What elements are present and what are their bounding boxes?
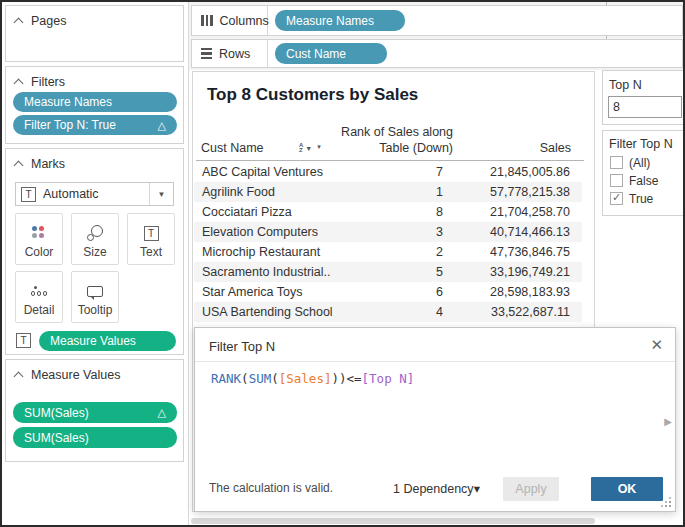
delta-icon: △ (158, 407, 166, 418)
ok-button[interactable]: OK (591, 477, 663, 501)
text-button[interactable]: T Text (127, 213, 175, 265)
top-n-title: Top N (609, 78, 642, 92)
color-icon (16, 223, 62, 243)
pill-label: Measure Names (286, 14, 374, 28)
filters-title: Filters (31, 75, 65, 89)
columns-shelf-label: Columns (192, 6, 268, 35)
rows-pill-cust-name[interactable]: Cust Name (275, 43, 387, 64)
collapse-chevron-icon[interactable] (14, 79, 24, 89)
mark-button-label: Size (83, 245, 106, 259)
sidebar-divider (188, 2, 189, 525)
measure-values-card: Measure Values SUM(Sales) △ SUM(Sales) (5, 359, 184, 462)
table-row[interactable]: Agrilink Food157,778,215.38 (194, 182, 582, 202)
table-row[interactable]: USA Bartending School433,522,687.11 (194, 302, 582, 322)
tooltip-icon (72, 281, 118, 301)
column-header-rank-line1: Rank of Sales along (303, 125, 453, 139)
sort-az-icon[interactable]: AZ ▼ ▾ (299, 143, 321, 153)
chevron-down-icon: ▾ (474, 482, 480, 496)
dependency-dropdown[interactable]: 1 Dependency▾ (393, 481, 480, 496)
sum-sales-pill-2[interactable]: SUM(Sales) (13, 427, 177, 448)
mark-button-label: Color (25, 245, 54, 259)
text-icon: T (128, 223, 174, 243)
mark-type-dropdown[interactable]: T Automatic ▼ (15, 182, 174, 206)
column-header-rank-line2: Table (Down) (303, 141, 453, 155)
filter-top-n-card: Filter Top N ✓ (All) ✓ False ✓ True (602, 130, 685, 216)
pill-label: SUM(Sales) (24, 431, 89, 445)
top-n-input[interactable] (608, 96, 682, 118)
filter-pill-measure-names[interactable]: Measure Names (13, 92, 177, 112)
filter-option-false[interactable]: ✓ False (610, 173, 658, 188)
color-button[interactable]: Color (15, 213, 63, 265)
filters-card: Filters Measure Names Filter Top N: True… (5, 66, 184, 144)
filter-option-true[interactable]: ✓ True (610, 191, 653, 206)
table-row[interactable]: ABC Capital Ventures721,845,005.86 (194, 162, 582, 182)
size-icon (72, 223, 118, 243)
resize-grip[interactable] (662, 498, 672, 508)
formula-text: RANK(SUM([Sales]))<=[Top N] (211, 371, 414, 386)
filter-pill-top-n[interactable]: Filter Top N: True △ (13, 115, 177, 135)
checkbox-label: True (629, 192, 653, 206)
pill-label: Measure Values (50, 334, 136, 348)
header-divider (196, 160, 584, 161)
text-mark-icon: T (21, 187, 36, 202)
data-table-body: ABC Capital Ventures721,845,005.86 Agril… (194, 162, 582, 322)
marks-card: Marks T Automatic ▼ Color Size T Text (5, 148, 184, 355)
collapse-chevron-icon[interactable] (14, 161, 24, 171)
pill-label: Cust Name (286, 47, 346, 61)
checkbox-icon[interactable]: ✓ (610, 156, 623, 169)
table-row[interactable]: Microchip Restaurant247,736,846.75 (194, 242, 582, 262)
expand-functions-icon[interactable]: ▶ (664, 416, 672, 427)
mark-button-label: Detail (24, 303, 55, 317)
columns-icon (201, 15, 213, 26)
columns-shelf[interactable]: Columns Measure Names (191, 5, 683, 36)
dialog-title: Filter Top N (209, 339, 275, 354)
sort-arrow-icon: ▼ (305, 145, 312, 152)
mark-type-label: Automatic (43, 187, 99, 201)
marks-title: Marks (31, 157, 65, 171)
filter-top-n-title: Filter Top N (609, 137, 673, 151)
delta-icon: △ (158, 120, 166, 131)
table-row[interactable]: Star America Toys628,598,183.93 (194, 282, 582, 302)
collapse-chevron-icon[interactable] (14, 18, 24, 28)
pill-label: Measure Names (24, 95, 112, 109)
checkbox-icon[interactable]: ✓ (610, 192, 623, 205)
columns-pill-measure-names[interactable]: Measure Names (275, 10, 405, 31)
close-icon[interactable]: ✕ (650, 336, 663, 354)
formula-editor[interactable]: RANK(SUM([Sales]))<=[Top N] (195, 362, 661, 471)
detail-button[interactable]: Detail (15, 271, 63, 323)
sum-sales-pill-1[interactable]: SUM(Sales) △ (13, 402, 177, 423)
sheet-title: Top 8 Customers by Sales (207, 85, 418, 105)
filter-option-all[interactable]: ✓ (All) (610, 155, 650, 170)
checkbox-label: False (629, 174, 658, 188)
checkbox-icon[interactable]: ✓ (610, 174, 623, 187)
table-row[interactable]: Sacramento Industrial..533,196,749.21 (194, 262, 582, 282)
top-n-parameter-card: Top N (602, 70, 685, 125)
calculation-status: The calculation is valid. (209, 481, 333, 495)
tableau-window: Pages Filters Measure Names Filter Top N… (0, 0, 685, 527)
column-header-cust-name[interactable]: Cust Name (201, 141, 264, 155)
pill-label: Filter Top N: True (24, 118, 116, 132)
mark-button-label: Text (140, 245, 162, 259)
table-row[interactable]: Elevation Computers340,714,466.13 (194, 222, 582, 242)
collapse-chevron-icon[interactable] (14, 372, 24, 382)
rows-shelf[interactable]: Rows Cust Name (191, 39, 683, 68)
pill-label: SUM(Sales) (24, 406, 89, 420)
sort-caret-icon[interactable]: ▾ (317, 143, 321, 151)
tooltip-button[interactable]: Tooltip (71, 271, 119, 323)
rows-icon (201, 48, 212, 60)
column-header-sales[interactable]: Sales (471, 141, 571, 155)
horizontal-scrollbar[interactable] (191, 518, 595, 524)
table-row[interactable]: Cocciatari Pizza821,704,258.70 (194, 202, 582, 222)
mark-button-label: Tooltip (78, 303, 113, 317)
apply-button[interactable]: Apply (503, 477, 559, 501)
rows-shelf-label: Rows (192, 40, 268, 67)
chevron-down-icon[interactable]: ▼ (149, 183, 173, 205)
calculation-dialog: Filter Top N ✕ RANK(SUM([Sales]))<=[Top … (194, 327, 676, 512)
detail-icon (16, 281, 62, 301)
size-button[interactable]: Size (71, 213, 119, 265)
text-mark-icon: T (16, 333, 31, 348)
pages-card: Pages (5, 5, 184, 62)
measure-values-pill[interactable]: Measure Values (39, 331, 176, 351)
pages-title: Pages (31, 14, 66, 28)
checkbox-label: (All) (629, 156, 650, 170)
